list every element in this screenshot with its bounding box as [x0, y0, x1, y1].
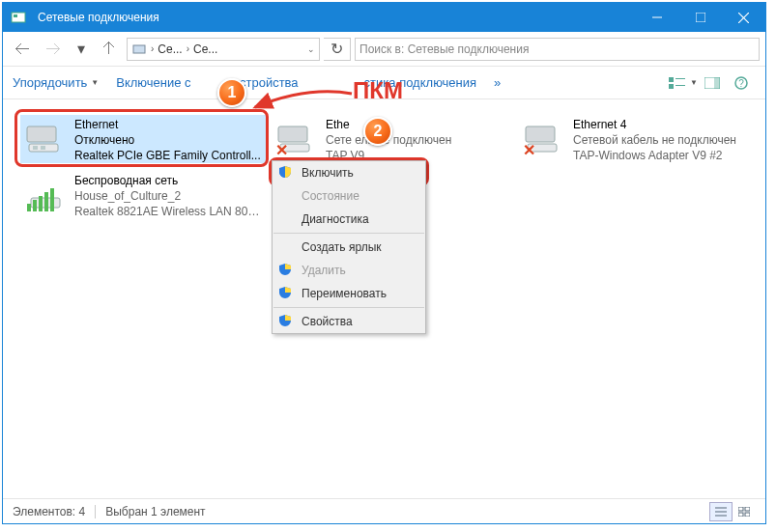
uac-shield-icon — [278, 314, 294, 329]
svg-rect-24 — [27, 204, 31, 211]
adapter-name: Ethernet 4 — [573, 117, 736, 132]
menu-rename[interactable]: Переименовать — [273, 282, 425, 305]
svg-rect-1 — [14, 14, 17, 17]
adapter-name: Беспроводная сеть — [74, 173, 263, 188]
preview-pane-button[interactable] — [698, 71, 727, 95]
status-selected: Выбран 1 элемент — [105, 505, 205, 518]
svg-rect-33 — [745, 507, 750, 511]
annotation-bubble-1: 1 — [217, 78, 246, 107]
status-item-count: Элементов: 4 — [13, 505, 85, 518]
address-bar: 🡠 🡢 ▾ 🡡 › Се... › Се... ⌄ ↻ Поиск в: Сет… — [3, 32, 765, 67]
forward-button[interactable]: 🡢 — [40, 38, 67, 61]
minimize-button[interactable] — [635, 3, 678, 32]
svg-rect-9 — [669, 84, 674, 89]
adapter-ethernet[interactable]: Ethernet Отключено Realtek PCIe GBE Fami… — [20, 115, 267, 163]
menu-separator — [273, 307, 424, 308]
svg-rect-3 — [696, 13, 705, 22]
wifi-adapter-icon — [20, 171, 69, 217]
svg-rect-10 — [675, 85, 685, 86]
svg-rect-17 — [33, 146, 38, 150]
menu-enable[interactable]: Включить — [273, 161, 425, 184]
svg-rect-7 — [669, 77, 674, 82]
adapter-wireless[interactable]: Беспроводная сеть House_of_Culture_2 Rea… — [20, 171, 267, 219]
window-title: Сетевые подключения — [34, 11, 635, 24]
details-view-button[interactable] — [709, 502, 733, 521]
adapter-name: Ethernet — [74, 117, 261, 132]
sysmenu-icon[interactable] — [11, 10, 26, 25]
toolbar-overflow[interactable]: » — [494, 75, 501, 90]
up-button[interactable]: 🡡 — [96, 38, 123, 61]
svg-rect-6 — [133, 45, 145, 53]
breadcrumb[interactable]: › Се... › Се... ⌄ — [127, 38, 320, 61]
svg-rect-32 — [738, 507, 743, 511]
adapter-ethernet-4[interactable]: ✕ Ethernet 4 Сетевой кабель не подключен… — [519, 115, 765, 163]
adapter-status: Отключено — [74, 132, 261, 148]
uac-shield-icon — [278, 286, 294, 301]
menu-diagnose[interactable]: Диагностика — [273, 208, 425, 231]
window-frame: Сетевые подключения 🡠 🡢 ▾ 🡡 › Се... › Се… — [2, 2, 766, 524]
svg-rect-15 — [27, 126, 56, 142]
svg-rect-18 — [41, 146, 45, 150]
annotation-pkm-label: ПКМ — [353, 77, 403, 104]
view-options-button[interactable]: ▼ — [669, 71, 698, 95]
menu-shortcut[interactable]: Создать ярлык — [273, 236, 425, 259]
adapter-device: Realtek 8821AE Wireless LAN 802.... — [74, 204, 263, 219]
titlebar: Сетевые подключения — [3, 3, 765, 32]
annotation-arrow — [249, 88, 356, 126]
chevron-down-icon[interactable]: ⌄ — [307, 44, 315, 54]
svg-rect-27 — [44, 192, 48, 211]
annotation-bubble-2: 2 — [363, 117, 392, 146]
menu-properties[interactable]: Свойства — [273, 310, 425, 333]
svg-text:?: ? — [738, 78, 744, 89]
svg-rect-26 — [39, 196, 43, 211]
adapter-status: Сетевой кабель не подключен — [573, 132, 736, 148]
history-dropdown[interactable]: ▾ — [71, 38, 92, 61]
uac-shield-icon — [278, 263, 294, 278]
refresh-button[interactable]: ↻ — [324, 38, 351, 61]
search-input[interactable]: Поиск в: Сетевые подключения — [355, 38, 760, 61]
svg-rect-8 — [675, 78, 685, 79]
network-icon — [131, 42, 147, 57]
close-button[interactable] — [722, 3, 765, 32]
network-adapter-icon — [20, 115, 69, 161]
organize-menu[interactable]: Упорядочить▼ — [13, 75, 99, 90]
breadcrumb-part[interactable]: Се... — [193, 42, 217, 56]
adapter-device: Realtek PCIe GBE Family Controll... — [74, 148, 261, 163]
adapter-status: House_of_Culture_2 — [74, 188, 263, 204]
menu-status: Состояние — [273, 184, 425, 208]
menu-separator — [273, 233, 424, 234]
content-area: Ethernet Отключено Realtek PCIe GBE Fami… — [3, 99, 765, 495]
svg-rect-35 — [745, 513, 750, 517]
svg-rect-19 — [278, 126, 307, 142]
disconnected-x-icon: ✕ — [275, 141, 288, 159]
adapter-device: TAP-Windows Adapter V9 #2 — [573, 148, 736, 163]
search-placeholder: Поиск в: Сетевые подключения — [359, 42, 529, 56]
svg-rect-34 — [738, 513, 743, 517]
large-icons-view-button[interactable] — [733, 502, 756, 521]
context-menu: Включить Состояние Диагностика Создать я… — [272, 160, 426, 334]
disconnected-x-icon: ✕ — [523, 141, 535, 159]
menu-delete: Удалить — [273, 259, 425, 282]
status-bar: Элементов: 4 Выбран 1 элемент — [3, 498, 765, 523]
network-adapter-icon: ✕ — [519, 115, 567, 161]
svg-rect-28 — [50, 188, 54, 211]
uac-shield-icon — [278, 165, 294, 181]
breadcrumb-part[interactable]: Се... — [158, 42, 182, 56]
maximize-button[interactable] — [678, 3, 722, 32]
svg-rect-25 — [33, 200, 37, 211]
back-button[interactable]: 🡠 — [9, 38, 36, 61]
enable-device-button[interactable]: Включение с — [116, 75, 190, 90]
svg-rect-21 — [526, 126, 555, 142]
svg-rect-12 — [714, 77, 720, 89]
help-button[interactable]: ? — [727, 71, 756, 95]
